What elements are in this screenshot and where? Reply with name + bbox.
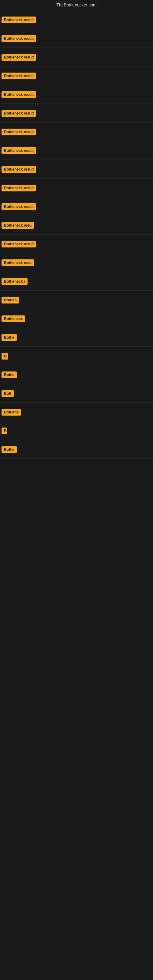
- bottleneck-badge[interactable]: Bottleneck resu: [2, 259, 34, 266]
- result-row: Bottleneck result: [0, 10, 153, 29]
- bottleneck-badge[interactable]: Bottleneck result: [2, 16, 36, 23]
- bottleneck-badge[interactable]: B: [2, 353, 8, 360]
- bottleneck-badge[interactable]: Bottlens: [2, 409, 21, 415]
- result-row: Bottleneck: [0, 309, 153, 328]
- result-row: Bottleneck result: [0, 197, 153, 216]
- bottleneck-badge[interactable]: Bottleneck: [2, 315, 25, 322]
- result-row: Bottle: [0, 328, 153, 347]
- bottleneck-badge[interactable]: Bottleneck result: [2, 185, 36, 191]
- result-row: Bottleneck r: [0, 272, 153, 291]
- result-row: Bottleneck result: [0, 67, 153, 85]
- bottleneck-badge[interactable]: Bottleneck result: [2, 166, 36, 173]
- bottleneck-badge[interactable]: Bottleneck result: [2, 204, 36, 210]
- result-row: Bottle: [0, 365, 153, 384]
- result-row: Bott: [0, 384, 153, 403]
- result-row: Bottleneck result: [0, 178, 153, 197]
- result-row: B: [0, 422, 153, 440]
- bottleneck-badge[interactable]: Bottleneck result: [2, 241, 36, 247]
- bottleneck-badge[interactable]: Bottlen: [2, 297, 19, 304]
- bottleneck-badge[interactable]: Bottleneck result: [2, 147, 36, 154]
- bottleneck-badge[interactable]: Bottleneck resu: [2, 222, 34, 229]
- result-row: Bottleneck resu: [0, 216, 153, 235]
- bottleneck-badge[interactable]: Bottle: [2, 334, 17, 341]
- result-row: Bottle: [0, 440, 153, 459]
- bottleneck-badge[interactable]: Bott: [2, 390, 14, 397]
- bottleneck-badge[interactable]: Bottleneck result: [2, 91, 36, 98]
- result-row: Bottlen: [0, 291, 153, 309]
- result-row: Bottleneck result: [0, 123, 153, 141]
- bottleneck-badge[interactable]: Bottleneck r: [2, 278, 27, 285]
- bottleneck-badge[interactable]: Bottleneck result: [2, 110, 36, 117]
- bottleneck-badge[interactable]: Bottleneck result: [2, 129, 36, 135]
- bottleneck-badge[interactable]: Bottleneck result: [2, 73, 36, 79]
- bottleneck-badge[interactable]: B: [2, 428, 7, 434]
- result-row: Bottleneck result: [0, 104, 153, 123]
- result-row: Bottleneck result: [0, 48, 153, 67]
- result-row: Bottleneck result: [0, 29, 153, 48]
- site-title: TheBottlenecker.com: [0, 0, 153, 10]
- result-row: B: [0, 347, 153, 365]
- result-row: Bottlens: [0, 403, 153, 422]
- bottleneck-badge[interactable]: Bottle: [2, 371, 17, 378]
- bottleneck-badge[interactable]: Bottleneck result: [2, 54, 36, 60]
- bottleneck-badge[interactable]: Bottleneck result: [2, 35, 36, 42]
- result-row: Bottleneck resu: [0, 253, 153, 272]
- result-row: Bottleneck result: [0, 85, 153, 104]
- results-container: Bottleneck resultBottleneck resultBottle…: [0, 10, 153, 459]
- result-row: Bottleneck result: [0, 160, 153, 178]
- result-row: Bottleneck result: [0, 141, 153, 160]
- bottleneck-badge[interactable]: Bottle: [2, 446, 17, 453]
- result-row: Bottleneck result: [0, 235, 153, 253]
